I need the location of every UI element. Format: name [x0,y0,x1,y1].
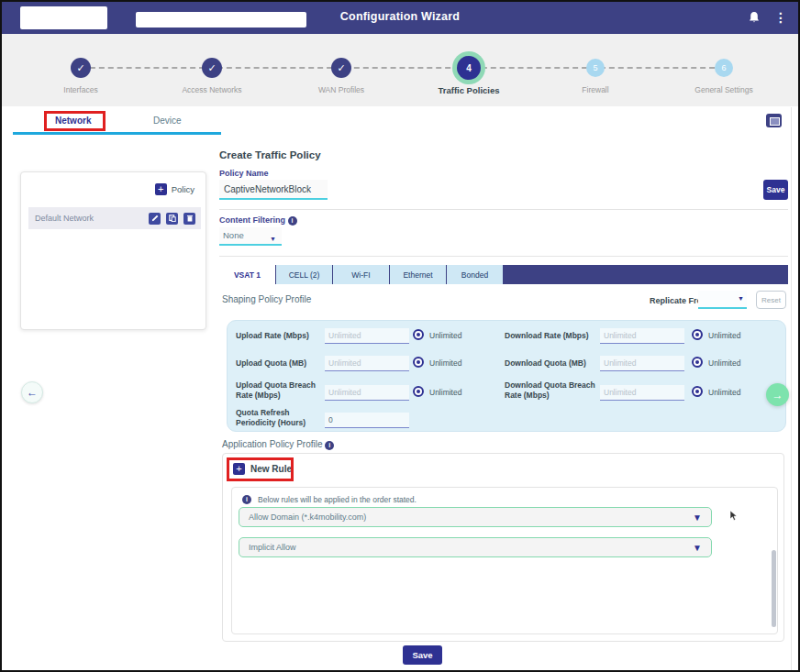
upload-quota-unlimited-radio[interactable] [413,357,424,368]
rule-label: Implicit Allow [249,543,296,552]
divider [219,256,788,257]
tab-device[interactable]: Device [153,116,182,126]
step-label-general-settings: General Settings [673,85,774,94]
form-title: Create Traffic Policy [219,149,321,160]
more-menu-icon[interactable]: ⋮ [774,8,787,27]
unlimited-label: Unlimited [429,331,461,340]
save-button-top[interactable]: Save [763,180,788,200]
delete-icon[interactable] [183,213,195,225]
edit-icon[interactable] [149,213,161,225]
tab-cell[interactable]: CELL (2) [276,265,333,284]
rule-dropdown-allow-domain[interactable]: Allow Domain (*.k4mobility.com) ▼ [239,507,712,527]
window-expand-icon[interactable] [766,114,782,127]
mouse-cursor-icon [728,510,739,526]
download-rate-label: Download Rate (Mbps) [505,331,596,341]
upload-quota-label: Upload Quota (MB) [236,358,323,369]
download-rate-input[interactable] [600,328,684,344]
upload-rate-input[interactable] [325,328,409,344]
upload-breach-label: Upload Quota Breach Rate (Mbps) [236,380,323,400]
step-label-interfaces: Interfaces [30,85,131,94]
info-icon: i [325,441,334,450]
content-right-edge [791,107,792,670]
upload-rate-unlimited-radio[interactable] [413,329,424,340]
tab-bonded[interactable]: Bonded [447,265,504,284]
wizard-stepper: ✓ ✓ ✓ 4 5 6 Interfaces Access Networks W… [2,34,798,106]
chevron-down-icon: ▼ [693,538,702,557]
quota-refresh-input[interactable] [325,413,409,428]
previous-step-button[interactable]: ← [21,381,43,403]
stepper-connector [81,67,724,69]
interface-tabbar: VSAT 1 CELL (2) Wi-FI Ethernet Bonded [219,265,788,284]
rules-info: i Below rules will be applied in the ord… [242,495,417,504]
shaping-profile-title: Shaping Policy Profile [222,294,311,304]
chevron-down-icon: ▼ [738,295,744,302]
rules-info-text: Below rules will be applied in the order… [258,495,417,504]
step-label-access-networks: Access Networks [161,85,262,94]
step-wan-profiles[interactable]: ✓ [331,58,351,78]
rules-scrollbar[interactable] [772,550,776,627]
next-arrow-button[interactable]: → [766,383,789,406]
tab-vsat-1[interactable]: VSAT 1 [219,265,276,284]
plus-icon: + [155,183,167,195]
copy-icon[interactable] [166,213,178,225]
content-filtering-select[interactable]: None ▼ [219,227,282,246]
download-quota-unlimited-radio[interactable] [692,357,703,368]
step-label-firewall: Firewall [545,85,646,94]
policy-list-item-default-network[interactable]: Default Network [28,207,201,229]
application-profile-title-text: Application Policy Profile [222,439,323,449]
rule-label: Allow Domain (*.k4mobility.com) [249,512,366,522]
unlimited-label: Unlimited [708,388,740,397]
info-icon: i [288,216,297,226]
add-policy-label: Policy [172,184,194,194]
unlimited-label: Unlimited [429,388,461,397]
app-header: Configuration Wizard ⋮ [2,2,798,34]
step-access-networks[interactable]: ✓ [202,58,222,78]
quota-refresh-label: Quota Refresh Periodicity (Hours) [236,408,323,427]
upload-rate-label: Upload Rate (Mbps) [236,331,323,341]
download-quota-input[interactable] [600,356,684,371]
download-breach-unlimited-radio[interactable] [692,386,703,397]
chevron-down-icon: ▼ [693,508,702,527]
save-button-bottom[interactable]: Save [403,645,442,665]
upload-quota-input[interactable] [325,356,409,371]
step-label-wan-profiles: WAN Profiles [291,85,392,94]
application-profile-title: Application Policy Profile i [222,439,334,450]
download-quota-label: Download Quota (MB) [505,358,596,369]
annotation-box-new-rule [227,457,294,481]
notifications-bell-icon[interactable] [747,10,761,25]
content-filtering-value: None [223,230,244,240]
chevron-down-icon: ▼ [270,231,276,248]
rule-dropdown-implicit-allow[interactable]: Implicit Allow ▼ [239,537,712,557]
configuration-wizard-window: Configuration Wizard ⋮ ✓ ✓ ✓ 4 5 6 Inter… [0,0,800,672]
active-tab-indicator [13,132,221,135]
unlimited-label: Unlimited [708,358,740,368]
policy-name-input[interactable] [219,180,328,200]
replicate-from-select[interactable]: ▼ [698,291,747,309]
step-firewall[interactable]: 5 [586,59,605,77]
download-rate-unlimited-radio[interactable] [692,329,703,340]
policy-name-label: Policy Name [219,169,269,178]
unlimited-label: Unlimited [429,358,461,368]
upload-breach-input[interactable] [325,385,409,401]
policy-list-panel: + Policy Default Network [20,171,206,330]
tab-ethernet[interactable]: Ethernet [390,265,447,284]
unlimited-label: Unlimited [708,331,740,340]
download-breach-label: Download Quota Breach Rate (Mbps) [505,380,596,400]
upload-breach-unlimited-radio[interactable] [413,386,424,397]
page-title: Configuration Wizard [2,10,798,23]
content-filtering-label: Content Filtering i [219,215,297,226]
step-label-traffic-policies: Traffic Policies [418,85,519,95]
divider [219,209,788,210]
info-icon: i [242,495,251,504]
add-policy-button[interactable]: + Policy [155,183,194,195]
tab-wifi[interactable]: Wi-FI [333,265,390,284]
content-filtering-label-text: Content Filtering [219,215,285,225]
reset-button[interactable]: Reset [756,291,786,309]
step-general-settings[interactable]: 6 [715,59,733,77]
step-traffic-policies[interactable]: 4 [457,56,481,80]
annotation-box-network [44,111,106,131]
download-breach-input[interactable] [600,385,684,401]
policy-item-label: Default Network [35,214,149,223]
step-interfaces[interactable]: ✓ [71,58,91,78]
